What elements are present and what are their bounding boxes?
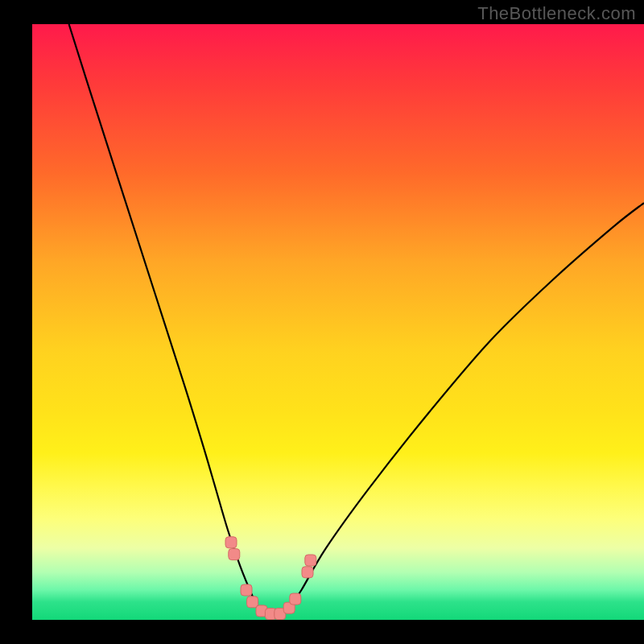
chart-frame: TheBottleneck.com: [0, 0, 644, 644]
curve-marker: [305, 555, 316, 566]
bottleneck-curve: [69, 24, 644, 617]
watermark-text: TheBottleneck.com: [477, 3, 636, 24]
chart-overlay: [32, 24, 644, 620]
curve-marker: [290, 593, 301, 605]
marker-group: [225, 537, 316, 620]
curve-marker: [241, 584, 252, 596]
curve-marker: [225, 537, 237, 548]
curve-marker: [229, 549, 240, 560]
curve-marker: [302, 567, 313, 578]
curve-marker: [247, 597, 258, 608]
